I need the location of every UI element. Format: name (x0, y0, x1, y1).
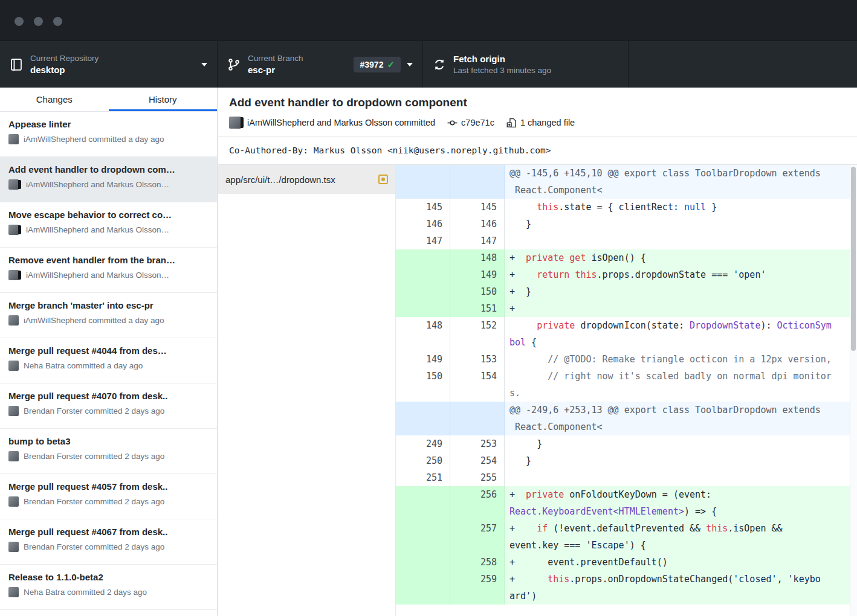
commit-list-meta-text: Neha Batra committed a day ago (24, 361, 143, 370)
current-repository-label: Current Repository (30, 54, 195, 63)
diff-gutter-new (450, 165, 505, 199)
diff-gutter-old (396, 165, 450, 199)
commit-list-title: Remove event handler from the bran… (8, 255, 209, 265)
diff-gutter-old (396, 571, 450, 605)
diff-gutter-new: 154 (450, 368, 505, 402)
commit-list-meta: Neha Batra committed a day ago (8, 361, 209, 371)
diff-gutter-old (396, 249, 450, 266)
diff-code: this.state = { clientRect: null } (505, 199, 850, 216)
diff-row: 151+ (396, 300, 850, 317)
diff-gutter-new: 149 (450, 266, 505, 283)
diff-gutter-new (450, 402, 505, 435)
minimize-window-button[interactable] (34, 17, 43, 26)
pull-request-badge[interactable]: #3972 ✓ (354, 57, 401, 72)
commit-list-item[interactable]: Remove event handler from the bran…iAmWi… (0, 248, 217, 293)
diff-gutter-old (396, 520, 450, 554)
tab-history[interactable]: History (109, 88, 218, 111)
avatar (8, 542, 19, 552)
diff-gutter-old (396, 486, 450, 520)
commit-sha: c79e71c (461, 118, 494, 127)
git-branch-icon (227, 58, 241, 71)
commit-list-meta-text: Brendan Forster committed 2 days ago (24, 542, 164, 551)
diff-row: 149153 // @TODO: Remake triangle octicon… (396, 351, 850, 368)
diff-gutter-old: 249 (396, 435, 450, 452)
diff-row: 249253 } (396, 435, 850, 452)
commit-list-title: Appease linter (8, 119, 209, 129)
close-window-button[interactable] (15, 17, 24, 26)
commit-list-meta: Brendan Forster committed 2 days ago (8, 406, 209, 416)
diff-scrollbar (850, 165, 857, 616)
diff-code: + private get isOpen() { (505, 249, 850, 266)
commit-list-item[interactable]: Merge pull request #4044 from des…Neha B… (0, 338, 217, 383)
diff-gutter-old (396, 300, 450, 317)
commit-list-meta-text: iAmWillShepherd committed a day ago (24, 316, 164, 325)
history-sidebar: Changes History Appease linteriAmWillShe… (0, 88, 218, 616)
diff-code: + } (505, 283, 850, 300)
diff-row: 150+ } (396, 283, 850, 300)
diff-code: } (505, 216, 850, 233)
file-list-item[interactable]: app/src/ui/t…/dropdown.tsx (218, 165, 395, 194)
commit-list-meta-text: iAmWillShepherd and Markus Olsson… (26, 271, 169, 280)
pull-request-number: #3972 (360, 60, 383, 69)
tab-changes[interactable]: Changes (0, 88, 109, 111)
current-branch-label: Current Branch (248, 54, 349, 63)
commit-list-title: Add event handler to dropdown com… (8, 164, 209, 175)
commit-list-item[interactable]: Add event handler to dropdown com…iAmWil… (0, 157, 217, 202)
commit-detail-panel: Add event handler to dropdown component … (218, 88, 857, 616)
diff-gutter-old: 145 (396, 199, 450, 216)
commit-list-meta: Brendan Forster committed 2 days ago (8, 542, 209, 552)
file-modified-status-icon (378, 175, 388, 184)
commit-list-item[interactable]: Merge pull request #4073 from desk.. (0, 610, 217, 616)
github-desktop-window: Current Repository desktop Current Branc… (0, 0, 857, 616)
zoom-window-button[interactable] (53, 17, 62, 26)
current-branch-dropdown[interactable]: Current Branch esc-pr #3972 ✓ (218, 41, 423, 88)
commit-list-meta-text: Brendan Forster committed 2 days ago (24, 452, 164, 461)
changed-file-icon (506, 118, 517, 128)
commit-list-item[interactable]: Appease linteriAmWillShepherd committed … (0, 112, 217, 157)
current-repository-dropdown[interactable]: Current Repository desktop (0, 41, 218, 88)
diff-row: 147147 (396, 233, 850, 249)
avatar (8, 496, 19, 507)
commit-list-meta: iAmWillShepherd and Markus Olsson… (8, 270, 209, 280)
commit-list-item[interactable]: Move escape behavior to correct co…iAmWi… (0, 202, 217, 248)
commit-list-item[interactable]: bump to beta3Brendan Forster committed 2… (0, 429, 217, 474)
diff-row: 257+ if (!event.defaultPrevented && this… (396, 520, 850, 554)
commit-list-item[interactable]: Merge pull request #4070 from desk..Bren… (0, 383, 217, 429)
commit-list-item[interactable]: Merge pull request #4067 from desk..Bren… (0, 519, 217, 565)
diff-gutter-new: 256 (450, 486, 505, 520)
diff-gutter-old: 250 (396, 452, 450, 469)
diff-code: } (505, 452, 850, 469)
fetch-origin-title: Fetch origin (453, 54, 618, 64)
repo-icon (10, 58, 23, 71)
current-repository-value: desktop (30, 65, 195, 75)
diff-gutter-new: 148 (450, 249, 505, 266)
chevron-down-icon (201, 63, 207, 66)
commit-list-item[interactable]: Release to 1.1.0-beta2Neha Batra committ… (0, 565, 217, 610)
diff-gutter-new: 153 (450, 351, 505, 368)
diff-scrollbar-thumb[interactable] (851, 167, 856, 351)
chevron-down-icon (407, 63, 413, 66)
commit-list-item[interactable]: Merge pull request #4057 from desk..Bren… (0, 474, 217, 519)
diff-row: 146146 } (396, 216, 850, 233)
diff-gutter-old (396, 554, 450, 571)
commit-list-item[interactable]: Merge branch 'master' into esc-priAmWill… (0, 293, 217, 338)
commit-header: Add event handler to dropdown component … (218, 88, 857, 136)
diff-gutter-old (396, 266, 450, 283)
commit-list-title: Move escape behavior to correct co… (8, 210, 209, 220)
commit-list-title: Merge pull request #4070 from desk.. (8, 391, 209, 401)
titlebar (0, 0, 857, 41)
diff-code: + this.props.onDropdownStateChanged('clo… (505, 571, 850, 605)
diff-row: 256+ private onFoldoutKeyDown = (event:R… (396, 486, 850, 520)
diff-view: @@ -145,6 +145,10 @@ export class Toolba… (396, 165, 857, 616)
avatar (8, 451, 19, 461)
diff-row: 149+ return this.props.dropdownState ===… (396, 266, 850, 283)
commit-list-meta: iAmWillShepherd and Markus Olsson… (8, 179, 209, 190)
avatar (8, 134, 19, 144)
diff-gutter-new: 150 (450, 283, 505, 300)
sidebar-tabs: Changes History (0, 88, 217, 112)
commit-list-title: Merge pull request #4057 from desk.. (8, 481, 209, 492)
avatar (8, 179, 19, 190)
diff-code: + event.preventDefault() (505, 554, 850, 571)
sync-icon (433, 58, 446, 71)
fetch-origin-button[interactable]: Fetch origin Last fetched 3 minutes ago (423, 41, 629, 88)
